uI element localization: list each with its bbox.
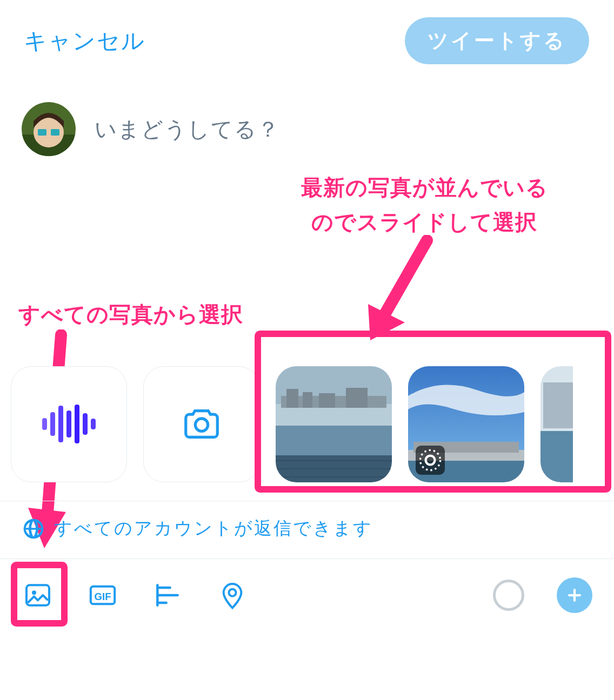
globe-icon [22, 517, 45, 541]
voice-tweet-button[interactable] [11, 366, 127, 482]
location-button[interactable] [216, 579, 249, 611]
reply-settings[interactable]: すべてのアカウントが返信できます [0, 501, 614, 556]
camera-button[interactable] [143, 366, 259, 482]
svg-text:GIF: GIF [94, 591, 111, 602]
svg-point-33 [229, 589, 236, 596]
plus-icon [565, 586, 584, 604]
annotation-highlight-box [255, 331, 611, 493]
add-thread-button[interactable] [557, 577, 592, 613]
svg-point-7 [195, 419, 208, 431]
compose-header: キャンセル ツイートする [0, 0, 614, 64]
poll-icon [152, 580, 183, 610]
character-count-ring [493, 580, 524, 611]
compose-placeholder[interactable]: いまどうしてる？ [95, 115, 280, 144]
gif-icon: GIF [88, 580, 118, 610]
annotation-highlight-box [11, 562, 68, 627]
reply-settings-label: すべてのアカウントが返信できます [54, 516, 373, 541]
cancel-button[interactable]: キャンセル [24, 26, 145, 56]
svg-rect-4 [51, 129, 59, 136]
poll-button[interactable] [151, 579, 184, 611]
annotation-all-photos: すべての写真から選択 [18, 297, 243, 332]
audio-wave-icon [42, 405, 96, 443]
compose-area: いまどうしてる？ [0, 64, 614, 156]
camera-icon [181, 403, 223, 445]
gif-button[interactable]: GIF [86, 579, 119, 611]
arrow-icon [354, 235, 441, 343]
compose-toolbar: GIF [0, 558, 614, 631]
location-icon [217, 580, 248, 610]
tweet-button[interactable]: ツイートする [405, 17, 589, 64]
svg-rect-3 [38, 129, 46, 136]
annotation-recent-photos: 最新の写真が並んでいる のでスライドして選択 [284, 170, 565, 239]
avatar[interactable] [22, 102, 76, 156]
